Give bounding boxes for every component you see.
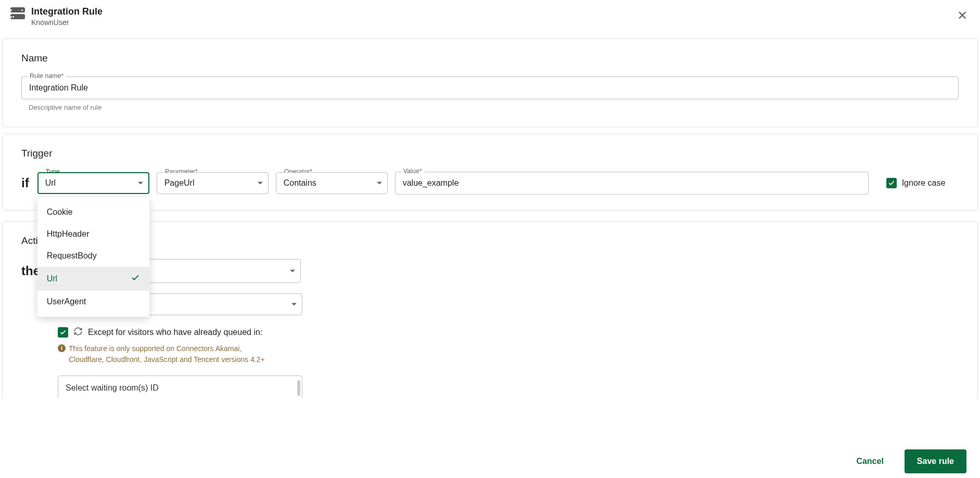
except-checkbox[interactable] [58, 327, 68, 338]
integration-rule-icon [10, 7, 25, 22]
type-option-useragent[interactable]: UserAgent [37, 291, 149, 313]
dialog-footer: Cancel Save rule [0, 445, 980, 478]
chevron-down-icon [258, 182, 263, 185]
type-select[interactable]: Url [37, 172, 149, 194]
type-dropdown: Cookie HttpHeader RequestBody Url UserAg… [37, 197, 149, 317]
section-heading-name: Name [21, 53, 959, 64]
section-heading-trigger: Trigger [21, 148, 959, 159]
chevron-down-icon [377, 182, 382, 185]
info-icon: i [58, 344, 66, 352]
dialog-subtitle: KnownUser [31, 18, 103, 27]
dialog-title: Integration Rule [31, 6, 103, 17]
if-keyword: if [21, 176, 29, 190]
type-option-cookie[interactable]: Cookie [37, 201, 149, 223]
section-heading-action: Action [21, 235, 959, 247]
type-option-httpheader[interactable]: HttpHeader [37, 223, 149, 245]
ignore-case-label: Ignore case [902, 178, 946, 188]
chevron-down-icon [291, 303, 297, 306]
rule-name-label: Rule name* [28, 72, 66, 80]
type-select-value: Url [45, 178, 56, 187]
waiting-rooms-multiselect[interactable]: Select waiting room(s) ID [58, 376, 302, 398]
except-label: Except for visitors who have already que… [88, 328, 262, 337]
type-option-requestbody[interactable]: RequestBody [37, 245, 149, 267]
rule-name-helper: Descriptive name of rule [29, 104, 959, 111]
value-input[interactable] [395, 172, 869, 195]
dialog-header: Integration Rule KnownUser ✕ [0, 0, 980, 32]
rule-name-input[interactable] [21, 76, 959, 99]
operator-select-value: Contains [284, 178, 316, 187]
feature-support-note: i This feature is only supported on Conn… [58, 343, 276, 365]
chevron-down-icon [290, 270, 295, 273]
trigger-section: Trigger if Type Url Cookie HttpHeader Re… [2, 134, 978, 211]
name-section: Name Rule name* Descriptive name of rule [2, 38, 978, 127]
refresh-icon [73, 327, 83, 338]
operator-select[interactable]: Contains [276, 172, 388, 194]
close-icon[interactable]: ✕ [957, 9, 968, 22]
check-icon [131, 273, 140, 285]
waiting-rooms-placeholder: Select waiting room(s) ID [66, 383, 159, 392]
ignore-case-checkbox[interactable] [886, 178, 897, 188]
parameter-select-value: PageUrl [164, 178, 195, 187]
cancel-button[interactable]: Cancel [846, 450, 894, 472]
save-rule-button[interactable]: Save rule [905, 449, 966, 473]
parameter-select[interactable]: PageUrl [157, 172, 269, 194]
type-option-url[interactable]: Url [37, 267, 149, 291]
chevron-down-icon [138, 182, 143, 185]
value-label: Value* [401, 167, 424, 175]
